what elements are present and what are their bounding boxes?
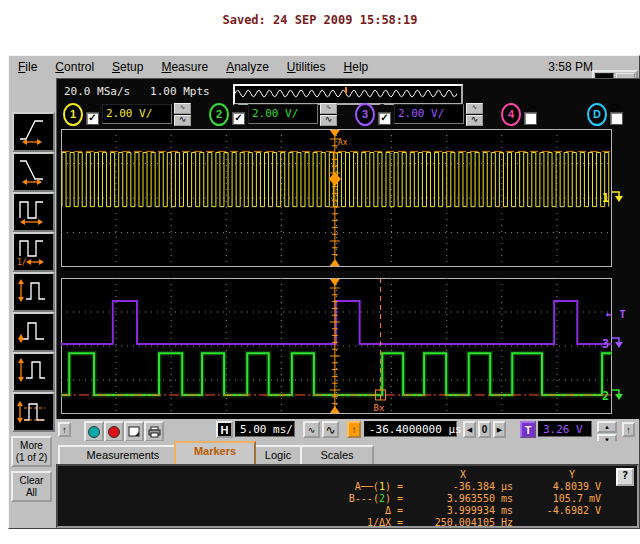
on-label: On xyxy=(524,103,536,112)
svg-text:Ax: Ax xyxy=(338,138,348,147)
rise-time-icon xyxy=(14,114,49,146)
menu-measure[interactable]: Measure xyxy=(152,57,217,77)
channel-1-on-checkbox[interactable]: ✓ xyxy=(86,112,99,125)
channel2-ground-marker[interactable]: 2 xyxy=(602,387,625,404)
saved-banner: Saved: 24 SEP 2009 15:58:19 xyxy=(0,13,640,27)
channel-2-scale-coarse-button[interactable]: ∿ xyxy=(320,115,337,126)
grid2-svg: Bx xyxy=(61,278,612,414)
v-amplitude-icon xyxy=(14,274,49,306)
help-button[interactable]: ? xyxy=(616,468,634,486)
channel-D-button[interactable]: D xyxy=(587,103,607,126)
channel-D-controls: DOn xyxy=(587,103,623,125)
menu-help[interactable]: Help xyxy=(335,57,378,77)
measure-v-base-button[interactable] xyxy=(12,312,55,352)
channel3-ground-marker[interactable]: 3 xyxy=(602,335,625,352)
tab-markers[interactable]: Markers xyxy=(174,441,256,464)
print-button[interactable] xyxy=(144,421,164,442)
frequency-icon: 1/ xyxy=(14,234,49,266)
v-top-icon xyxy=(14,354,49,386)
channel-2-button[interactable]: 2 xyxy=(209,103,229,126)
horizontal-position-field[interactable]: -36.4000000 µs xyxy=(364,421,457,437)
position-right-button[interactable]: ▶ xyxy=(493,421,506,438)
channel-3-scale-field[interactable]: 2.00 V/ xyxy=(394,104,464,124)
on-label: On xyxy=(378,103,390,112)
position-zero-button[interactable]: 0 xyxy=(478,421,491,438)
position-left-button[interactable]: ◀ xyxy=(463,421,476,438)
menu-setup[interactable]: Setup xyxy=(103,57,152,77)
period-icon xyxy=(14,194,49,226)
oscilloscope-screen: Saved: 24 SEP 2009 15:58:19 FileControlS… xyxy=(0,0,640,544)
acquisition-button-group xyxy=(84,421,164,442)
stop-button[interactable] xyxy=(104,421,124,442)
level-up-button[interactable]: ▲ xyxy=(597,421,617,433)
hscale-fine-button[interactable]: ∿ xyxy=(303,421,320,438)
more-button[interactable]: More (1 of 2) xyxy=(11,436,52,467)
trigger-level-marker[interactable]: ← T xyxy=(606,308,626,321)
graticule-upper: Ax xyxy=(61,129,612,271)
menu-control[interactable]: Control xyxy=(46,57,103,77)
display-button[interactable] xyxy=(124,421,144,442)
channel3-ground-icon xyxy=(610,335,625,352)
marker-row-3: 1/ΔX =250.004105 Hz xyxy=(288,517,601,528)
channel-D-on-checkbox[interactable] xyxy=(610,112,623,125)
on-label: On xyxy=(232,103,244,112)
tab-measurements[interactable]: Measurements xyxy=(58,445,188,464)
marker-readout-panel: X Y A──(1) =-36.384 µs4.8039 VB---(2) =3… xyxy=(56,464,639,528)
channel-1-controls: 1On✓2.00 V/∿∿ xyxy=(63,103,191,125)
grid1-svg: Ax xyxy=(61,129,612,267)
channel-3-scale-coarse-button[interactable]: ∿ xyxy=(466,115,483,126)
measure-fall-time-button[interactable] xyxy=(12,152,55,192)
preview-waveform xyxy=(235,87,457,100)
menu-file[interactable]: File xyxy=(9,57,46,77)
measure-v-amplitude-button[interactable] xyxy=(12,272,55,312)
channel2-ground-icon xyxy=(610,387,625,404)
timebase-scale-field[interactable]: 5.00 ms/ xyxy=(235,421,295,437)
channel-1-scale-coarse-button[interactable]: ∿ xyxy=(174,115,191,126)
channel-1-scale-fine-button[interactable]: ∿ xyxy=(174,103,191,114)
measure-period-button[interactable] xyxy=(12,192,55,232)
expand-left-button[interactable]: ↑ xyxy=(58,422,71,437)
trigger-level-field[interactable]: 3.26 V xyxy=(538,421,592,437)
clear-all-button[interactable]: Clear All xyxy=(11,471,52,502)
measure-frequency-button[interactable]: 1/ xyxy=(12,232,55,272)
hscale-coarse-button[interactable]: ∿ xyxy=(322,421,339,438)
tab-scales[interactable]: Scales xyxy=(300,445,374,464)
menu-analyze[interactable]: Analyze xyxy=(217,57,278,77)
v-average-icon xyxy=(14,394,49,426)
waveform-display-area: 20.0 MSa/s 1.00 Mpts 1On✓2.00 V/∿∿2On✓2.… xyxy=(56,78,640,420)
clock: 3:58 PM xyxy=(548,60,593,74)
channel-2-scale-field[interactable]: 2.00 V/ xyxy=(248,104,318,124)
marker-row-1: B---(2) =3.963550 ms105.7 mV xyxy=(288,493,601,504)
channel1-ground-marker[interactable]: 1 xyxy=(602,189,625,206)
waveform-preview-bar[interactable] xyxy=(233,84,463,105)
x-column-header: X xyxy=(408,469,518,480)
channel-2-scale-fine-button[interactable]: ∿ xyxy=(320,103,337,114)
run-button[interactable] xyxy=(84,421,104,442)
channel-2-on-checkbox[interactable]: ✓ xyxy=(232,112,245,125)
channel-3-controls: 3On✓2.00 V/∿∿ xyxy=(355,103,483,125)
display-icon xyxy=(128,426,140,437)
expand-right-button[interactable]: ↑ xyxy=(622,422,635,437)
printer-icon xyxy=(148,426,161,438)
measure-v-average-button[interactable] xyxy=(12,392,55,432)
measure-rise-time-button[interactable] xyxy=(12,112,55,152)
channel-4-on-checkbox[interactable] xyxy=(524,112,537,125)
tab-row: MeasurementsMarkersLogicScales xyxy=(56,441,639,464)
channel-3-button[interactable]: 3 xyxy=(355,103,375,126)
acquisition-info: 20.0 MSa/s 1.00 Mpts xyxy=(64,85,210,98)
v-base-icon xyxy=(14,314,49,346)
menu-bar: FileControlSetupMeasureAnalyzeUtilitiesH… xyxy=(9,56,639,78)
measure-v-top-button[interactable] xyxy=(12,352,55,392)
trigger-reference-button[interactable]: ↑ xyxy=(347,421,361,438)
channel-3-on-checkbox[interactable]: ✓ xyxy=(378,112,391,125)
channel-3-scale-fine-button[interactable]: ∿ xyxy=(466,103,483,114)
channel-1-scale-field[interactable]: 2.00 V/ xyxy=(102,104,172,124)
channel-2-controls: 2On✓2.00 V/∿∿ xyxy=(209,103,337,125)
channel-1-button[interactable]: 1 xyxy=(63,103,83,126)
graticule-lower: Bx xyxy=(61,278,612,418)
channel-4-button[interactable]: 4 xyxy=(501,103,521,126)
svg-text:1/: 1/ xyxy=(17,258,27,266)
trigger-menu-button[interactable]: T xyxy=(520,421,536,438)
menu-utilities[interactable]: Utilities xyxy=(278,57,335,77)
horizontal-menu-button[interactable]: H xyxy=(216,421,233,438)
